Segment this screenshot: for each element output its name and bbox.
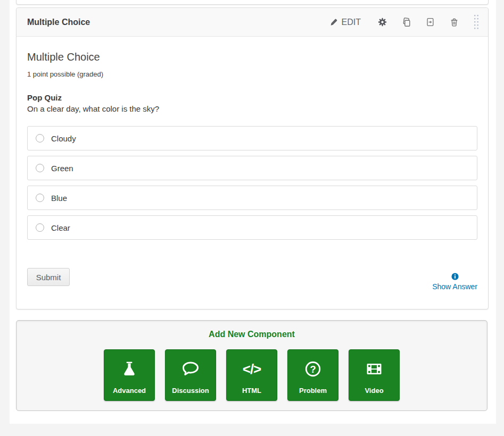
problem-body: Multiple Choice 1 point possible (graded… xyxy=(16,37,488,291)
choice-row-blue[interactable]: Blue xyxy=(27,186,477,210)
speech-bubble-icon xyxy=(181,358,200,380)
component-type-buttons: Advanced Discussion </> HTML xyxy=(16,349,487,401)
choice-label: Cloudy xyxy=(51,134,76,143)
component-button-label: Discussion xyxy=(172,387,209,395)
edit-button-label: EDIT xyxy=(342,18,361,27)
duplicate-icon xyxy=(401,18,411,27)
flask-icon xyxy=(120,358,138,380)
code-icon: </> xyxy=(243,358,261,380)
code-glyph: </> xyxy=(243,361,261,378)
component-actions: EDIT xyxy=(330,13,480,31)
component-button-label: Problem xyxy=(299,387,327,395)
radio-button[interactable] xyxy=(36,134,44,142)
trash-icon xyxy=(450,18,459,27)
problem-display-name: Multiple Choice xyxy=(27,51,477,63)
question-text: On a clear day, what color is the sky? xyxy=(27,104,477,113)
component-header: Multiple Choice EDIT xyxy=(16,8,488,37)
add-video-button[interactable]: Video xyxy=(349,349,400,401)
component-card: Multiple Choice EDIT xyxy=(16,7,489,309)
add-advanced-button[interactable]: Advanced xyxy=(104,349,155,401)
move-icon xyxy=(426,18,435,27)
settings-button[interactable] xyxy=(377,18,387,27)
add-problem-button[interactable]: ? Problem xyxy=(287,349,338,401)
component-button-label: Advanced xyxy=(113,387,146,395)
component-button-label: Video xyxy=(365,387,383,395)
radio-button[interactable] xyxy=(36,194,44,202)
points-possible-text: 1 point possible (graded) xyxy=(27,70,477,78)
show-answer-label: Show Answer xyxy=(432,282,477,291)
drag-handle[interactable] xyxy=(473,13,480,31)
problem-actions-row: Submit Show Answer xyxy=(27,268,477,291)
add-html-button[interactable]: </> HTML xyxy=(226,349,277,401)
film-icon xyxy=(365,358,383,380)
component-title: Multiple Choice xyxy=(27,18,90,27)
choice-label: Green xyxy=(51,164,73,173)
submit-button[interactable]: Submit xyxy=(27,268,70,286)
question-glyph: ? xyxy=(310,364,316,375)
move-button[interactable] xyxy=(425,18,435,27)
info-icon xyxy=(451,273,459,280)
page-bottom-margin xyxy=(0,424,504,436)
choice-row-green[interactable]: Green xyxy=(27,156,477,180)
add-discussion-button[interactable]: Discussion xyxy=(165,349,216,401)
choice-row-clear[interactable]: Clear xyxy=(27,215,477,240)
choice-list: Cloudy Green Blue Clear xyxy=(27,126,477,240)
add-new-component-panel: Add New Component Advanced Discussion xyxy=(16,320,488,411)
pencil-icon xyxy=(330,19,337,26)
add-new-component-title: Add New Component xyxy=(16,330,487,339)
choice-row-cloudy[interactable]: Cloudy xyxy=(27,126,477,150)
question-title: Pop Quiz xyxy=(27,93,477,102)
radio-button[interactable] xyxy=(36,164,44,172)
gear-icon xyxy=(378,18,387,27)
choice-label: Clear xyxy=(51,223,70,232)
edit-button[interactable]: EDIT xyxy=(330,18,361,27)
drag-dots-icon xyxy=(474,14,479,30)
question-circle-icon: ? xyxy=(304,358,322,380)
duplicate-button[interactable] xyxy=(401,18,411,27)
choice-label: Blue xyxy=(51,194,67,203)
show-answer-link[interactable]: Show Answer xyxy=(432,273,477,291)
previous-component-card-fragment xyxy=(16,0,489,5)
component-button-label: HTML xyxy=(242,387,261,395)
delete-button[interactable] xyxy=(449,18,459,27)
studio-unit-page: Multiple Choice EDIT xyxy=(0,0,504,436)
radio-button[interactable] xyxy=(36,223,44,232)
